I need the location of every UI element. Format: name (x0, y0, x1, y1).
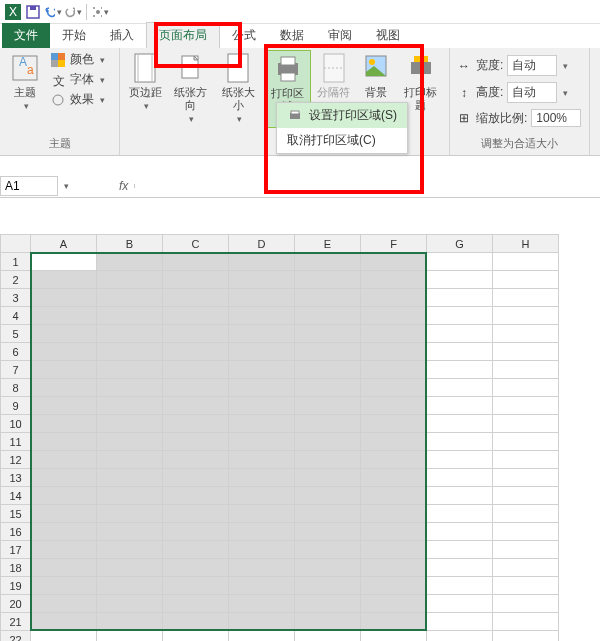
fonts-button[interactable]: 文字体▾ (48, 70, 107, 89)
cell[interactable] (295, 559, 361, 577)
cell[interactable] (361, 595, 427, 613)
cell[interactable] (295, 631, 361, 642)
row-header[interactable]: 17 (1, 541, 31, 559)
cell[interactable] (295, 595, 361, 613)
cell[interactable] (493, 523, 559, 541)
cell[interactable] (361, 415, 427, 433)
cell[interactable] (229, 289, 295, 307)
save-icon[interactable] (24, 3, 42, 21)
cell[interactable] (427, 595, 493, 613)
cell[interactable] (97, 523, 163, 541)
row-header[interactable]: 10 (1, 415, 31, 433)
cell[interactable] (229, 433, 295, 451)
cell[interactable] (163, 487, 229, 505)
cell[interactable] (295, 289, 361, 307)
formula-bar[interactable] (134, 184, 600, 188)
cell[interactable] (361, 469, 427, 487)
cell[interactable] (229, 253, 295, 271)
cell[interactable] (295, 361, 361, 379)
tab-formulas[interactable]: 公式 (220, 23, 268, 48)
cell[interactable] (493, 505, 559, 523)
cell[interactable] (31, 397, 97, 415)
cell[interactable] (295, 577, 361, 595)
tab-data[interactable]: 数据 (268, 23, 316, 48)
cell[interactable] (295, 451, 361, 469)
cell[interactable] (493, 289, 559, 307)
cell[interactable] (31, 631, 97, 642)
margins-button[interactable]: 页边距▾ (126, 50, 164, 113)
cell[interactable] (427, 271, 493, 289)
col-header[interactable]: C (163, 235, 229, 253)
cell[interactable] (361, 253, 427, 271)
cell[interactable] (97, 631, 163, 642)
cell[interactable] (97, 343, 163, 361)
cell[interactable] (229, 361, 295, 379)
cell[interactable] (229, 307, 295, 325)
cell[interactable] (361, 559, 427, 577)
cell[interactable] (31, 451, 97, 469)
tab-view[interactable]: 视图 (364, 23, 412, 48)
cell[interactable] (31, 469, 97, 487)
background-button[interactable]: 背景 (357, 50, 395, 101)
cell[interactable] (427, 559, 493, 577)
cell[interactable] (163, 613, 229, 631)
cell[interactable] (31, 613, 97, 631)
size-button[interactable]: 纸张大小▾ (216, 50, 260, 126)
cell[interactable] (97, 559, 163, 577)
cell[interactable] (163, 523, 229, 541)
cell[interactable] (163, 451, 229, 469)
worksheet[interactable]: A B C D E F G H 123456789101112131415161… (0, 234, 559, 641)
cell[interactable] (493, 433, 559, 451)
cell[interactable] (493, 307, 559, 325)
cell[interactable] (295, 505, 361, 523)
cell[interactable] (163, 343, 229, 361)
cell[interactable] (229, 487, 295, 505)
cell[interactable] (31, 379, 97, 397)
cell[interactable] (427, 541, 493, 559)
cell[interactable] (361, 397, 427, 415)
cell[interactable] (229, 595, 295, 613)
cell[interactable] (31, 433, 97, 451)
row-header[interactable]: 18 (1, 559, 31, 577)
cell[interactable] (163, 271, 229, 289)
cell[interactable] (295, 523, 361, 541)
cell[interactable] (493, 451, 559, 469)
cell[interactable] (97, 541, 163, 559)
cell[interactable] (493, 253, 559, 271)
cell[interactable] (97, 271, 163, 289)
cell[interactable] (31, 415, 97, 433)
cell[interactable] (361, 343, 427, 361)
cell[interactable] (229, 631, 295, 642)
cell[interactable] (427, 343, 493, 361)
cell[interactable] (295, 469, 361, 487)
cell[interactable] (229, 397, 295, 415)
cell[interactable] (493, 631, 559, 642)
cell[interactable] (97, 289, 163, 307)
cell[interactable] (427, 451, 493, 469)
cell[interactable] (493, 415, 559, 433)
cell[interactable] (427, 505, 493, 523)
cell[interactable] (163, 559, 229, 577)
cell[interactable] (31, 595, 97, 613)
row-header[interactable]: 21 (1, 613, 31, 631)
cell[interactable] (229, 469, 295, 487)
row-header[interactable]: 2 (1, 271, 31, 289)
cell[interactable] (229, 415, 295, 433)
cell[interactable] (295, 307, 361, 325)
cell[interactable] (361, 325, 427, 343)
cell[interactable] (163, 289, 229, 307)
cell[interactable] (163, 595, 229, 613)
cell[interactable] (97, 469, 163, 487)
colors-button[interactable]: 颜色▾ (48, 50, 107, 69)
cell[interactable] (163, 379, 229, 397)
cell[interactable] (163, 631, 229, 642)
cell[interactable] (361, 541, 427, 559)
clear-print-area[interactable]: 取消打印区域(C) (277, 128, 407, 153)
cell[interactable] (361, 433, 427, 451)
cell[interactable] (229, 271, 295, 289)
cell[interactable] (295, 343, 361, 361)
col-header[interactable]: G (427, 235, 493, 253)
row-header[interactable]: 4 (1, 307, 31, 325)
width-value[interactable]: 自动 (507, 55, 557, 76)
row-header[interactable]: 16 (1, 523, 31, 541)
